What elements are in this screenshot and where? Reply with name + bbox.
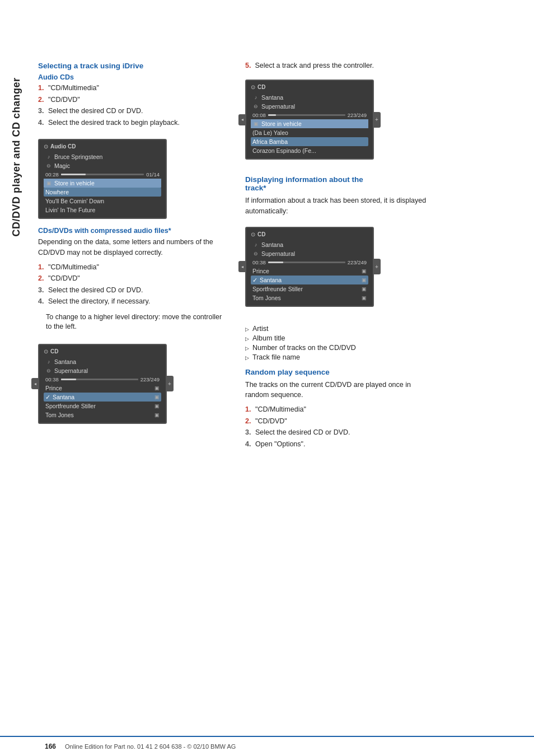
left-control[interactable]: ◂ (31, 378, 39, 389)
screen3-row1: ♪ Santana (251, 93, 368, 102)
screen2-row2: ⊖ Supernatural (44, 366, 161, 375)
compressed-body: Depending on the data, some letters and … (38, 237, 228, 258)
screen2-tomjones: Tom Jones ▣ (44, 410, 161, 419)
music-icon: ♪ (45, 358, 52, 365)
screen3-row2: ⊖ Supernatural (251, 102, 368, 111)
list-item: 4.Open "Options". (245, 440, 435, 450)
track-icon3: ▣ (154, 403, 160, 409)
screen4-title: CD (257, 231, 265, 237)
bullet-filename: Track file name (245, 353, 435, 361)
screen3-corazon: Corazon Espinado (Fe... (251, 146, 368, 155)
bullet-album: Album title (245, 334, 435, 342)
cd-icon2: ⊙ (44, 348, 48, 354)
screen2-progress: 00:38 223/249 (45, 376, 160, 382)
screen3-wrapper: ⊙ CD ♪ Santana ⊖ Supernatural 00:08 (245, 74, 374, 167)
list-item: 1."CD/Multimedia" (245, 405, 435, 415)
track-icon4d: ▣ (362, 295, 367, 301)
cd-icon3: ⊙ (251, 84, 255, 90)
screen4-progress: 00:38 223/249 (252, 259, 367, 265)
main-content: Selecting a track using iDrive Audio CDs… (38, 0, 523, 488)
info-bullets: Artist Album title Number of tracks on t… (245, 325, 435, 361)
track-icon4a: ▣ (362, 268, 367, 274)
list-item: 2."CD/DVD" (38, 95, 228, 105)
side-button-right3[interactable]: + (373, 112, 381, 128)
screen1-wrapper: ⊙ Audio CD ♪ Bruce Springsteen ⊖ Magic 0… (38, 133, 167, 227)
track-icon1: ▣ (154, 385, 160, 391)
main-title: Selecting a track using iDrive (38, 62, 228, 70)
screen1-row2: ⊖ Magic (44, 161, 161, 170)
audio-cds-steps: 1."CD/Multimedia" 2."CD/DVD" 3.Select th… (38, 83, 228, 128)
screen4: ⊙ CD ♪ Santana ⊖ Supernatural 00:38 (245, 227, 374, 307)
list-item: 3.Select the desired CD or DVD. (38, 286, 228, 296)
screen1: ⊙ Audio CD ♪ Bruce Springsteen ⊖ Magic 0… (38, 139, 167, 219)
left-control4[interactable]: ◂ (238, 261, 246, 272)
left-control3[interactable]: ◂ (238, 114, 246, 125)
list-item: 4.Select the directory, if necessary. (38, 297, 228, 307)
screen3-progress: 00:08 223/249 (252, 112, 367, 118)
random-play-steps: 1."CD/Multimedia" 2."CD/DVD" 3.Select th… (245, 405, 435, 449)
track-icon4b: ▣ (362, 277, 367, 283)
left-column: Selecting a track using iDrive Audio CDs… (38, 62, 228, 455)
progress-bar2 (61, 379, 138, 380)
list-item: 3.Select the desired CD or DVD. (38, 106, 228, 116)
screen2-prince: Prince ▣ (44, 384, 161, 393)
right-column: 5. Select a track and press the controll… (245, 62, 435, 455)
list-item: 3.Select the desired CD or DVD. (245, 428, 435, 438)
cd-icon: ⊙ (44, 143, 48, 150)
list-item: 1."CD/Multimedia" (38, 83, 228, 94)
bullet-artist: Artist (245, 325, 435, 333)
list-item: 2."CD/DVD" (38, 274, 228, 284)
screen1-progress: 00:28 01/14 (45, 171, 160, 178)
progress-bar4 (268, 262, 345, 263)
screen1-header: ⊙ Audio CD (44, 143, 161, 150)
store-icon3: ▣ (252, 120, 259, 127)
cd-icon4: ⊙ (251, 231, 255, 237)
step5-text: 5. Select a track and press the controll… (245, 62, 435, 69)
display-info-body: If information about a track has been st… (245, 195, 435, 217)
disc-icon4: ⊖ (252, 250, 259, 257)
page-number: 166 (45, 743, 56, 750)
screen1-row5: You'll Be Comin' Down (44, 197, 161, 206)
screen2-row1: ♪ Santana (44, 357, 161, 366)
screen4-tomjones: Tom Jones ▣ (251, 293, 368, 302)
screen1-nowhere: Nowhere (44, 188, 161, 197)
screen3-title: CD (257, 84, 265, 90)
screen2-wrapper: ⊙ CD ♪ Santana ⊖ Supernatural 00:38 (38, 338, 167, 432)
audio-cds-title: Audio CDs (38, 73, 228, 81)
side-button-right[interactable]: + (166, 376, 174, 391)
progress-fill4 (268, 262, 284, 263)
track-icon2: ▣ (154, 394, 160, 400)
screen4-row1: ♪ Santana (251, 240, 368, 249)
footer: 166 Online Edition for Part no. 01 41 2 … (0, 736, 534, 756)
music-icon4: ♪ (252, 241, 259, 248)
progress-bar3 (268, 114, 345, 116)
footer-text: Online Edition for Part no. 01 41 2 604 … (65, 743, 236, 750)
track-icon4: ▣ (154, 412, 160, 418)
screen2: ⊙ CD ♪ Santana ⊖ Supernatural 00:38 (38, 344, 167, 424)
sidebar-label: CD/DVD player and CD changer (0, 67, 32, 246)
screen2-title: CD (50, 348, 58, 354)
progress-fill2 (61, 379, 77, 380)
screen2-santana: ✓ Santana ▣ (44, 393, 161, 402)
screen1-row6: Livin' In The Future (44, 206, 161, 214)
screen3: ⊙ CD ♪ Santana ⊖ Supernatural 00:08 (245, 80, 374, 160)
compressed-title: CDs/DVDs with compressed audio files* (38, 227, 228, 235)
screen2-header: ⊙ CD (44, 348, 161, 354)
screen4-header: ⊙ CD (251, 231, 368, 237)
progress-fill (61, 174, 86, 175)
list-item: 4.Select the desired track to begin play… (38, 118, 228, 128)
music-icon3: ♪ (252, 94, 259, 101)
random-play-title: Random play sequence (245, 368, 435, 376)
list-item: 2."CD/DVD" (245, 417, 435, 427)
list-item: 1."CD/Multimedia" (38, 263, 228, 273)
side-button-right4[interactable]: + (373, 259, 381, 274)
screen2-sportfreunde: Sportfreunde Stiller ▣ (44, 402, 161, 410)
random-play-body: The tracks on the current CD/DVD are pla… (245, 380, 435, 401)
screen3-header: ⊙ CD (251, 84, 368, 90)
screen3-daleyaleo: (Da Le) Yaleo (251, 128, 368, 137)
screen3-africa: Africa Bamba (251, 137, 368, 146)
screen1-title: Audio CD (50, 143, 76, 150)
person-icon: ♪ (45, 153, 52, 160)
screen4-santana: ✓ Santana ▣ (251, 276, 368, 284)
screen4-prince: Prince ▣ (251, 267, 368, 276)
